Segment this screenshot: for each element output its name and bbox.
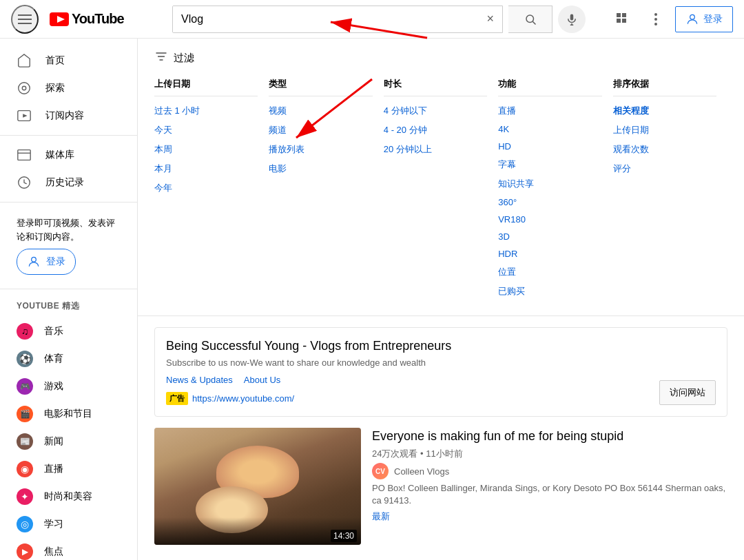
filter-option-location[interactable]: 位置 [498, 266, 601, 278]
sidebar: 首页 探索 订阅内容 媒体库 历史记录 登录即可顶视频、发表评论和订阅内容。 [0, 39, 138, 560]
filter-option-creative-commons[interactable]: 知识共享 [498, 178, 601, 190]
sidebar-item-learning[interactable]: ◎ 学习 [0, 510, 137, 538]
section-title: YOUTUBE 精选 [0, 295, 137, 318]
filter-option-view-count[interactable]: 观看次数 [613, 143, 716, 156]
mic-button[interactable] [558, 6, 586, 33]
search-input[interactable] [173, 6, 478, 32]
filter-option-subtitles[interactable]: 字幕 [498, 158, 601, 171]
grid-icon [616, 12, 630, 26]
sidebar-login-button[interactable]: 登录 [17, 249, 76, 275]
ad-description: Subscribe to us now-We want to share our… [166, 357, 716, 368]
sidebar-divider-3 [0, 289, 137, 289]
filter-option-1h[interactable]: 过去 1 小时 [154, 105, 258, 117]
svg-point-11 [654, 13, 657, 16]
filter-option-vr180[interactable]: VR180 [498, 214, 601, 225]
ad-link-about[interactable]: About Us [244, 375, 280, 385]
ad-link-news[interactable]: News & Updates [166, 375, 233, 385]
filter-option-4to20[interactable]: 4 - 20 分钟 [384, 124, 487, 136]
filter-header: 过滤 [154, 50, 727, 67]
sidebar-item-spotlight[interactable]: ▶ 焦点 [0, 538, 137, 560]
filter-option-under4[interactable]: 4 分钟以下 [384, 105, 487, 117]
svg-point-13 [654, 23, 657, 25]
filter-col-title-sort: 排序依据 [613, 78, 716, 96]
filter-option-hd[interactable]: HD [498, 141, 601, 152]
filter-option-month[interactable]: 本月 [154, 163, 258, 175]
learning-icon: ◎ [17, 516, 33, 532]
svg-rect-7 [617, 13, 621, 17]
filter-option-relevance[interactable]: 相关程度 [613, 105, 716, 117]
sidebar-item-movies[interactable]: 🎬 电影和节目 [0, 400, 137, 428]
logo-text: YouTube [72, 11, 124, 27]
sidebar-item-live[interactable]: ◉ 直播 [0, 455, 137, 483]
sidebar-item-music[interactable]: ♫ 音乐 [0, 318, 137, 345]
channel-name[interactable]: Colleen Vlogs [394, 466, 449, 477]
ad-channel-link[interactable]: Being Successful Young - Vlogs from Entr… [166, 339, 451, 353]
video-duration: 14:30 [331, 530, 357, 542]
filter-option-360[interactable]: 360° [498, 197, 601, 207]
filter-option-purchased[interactable]: 已购买 [498, 285, 601, 298]
signin-label: 登录 [703, 13, 723, 25]
learning-label: 学习 [44, 518, 63, 530]
video-title[interactable]: Everyone is making fun of me for being s… [372, 428, 727, 445]
news-icon: 📰 [17, 433, 33, 450]
filter-option-movie[interactable]: 电影 [269, 163, 372, 175]
filter-col-title-features: 功能 [498, 78, 601, 96]
sidebar-item-news[interactable]: 📰 新闻 [0, 428, 137, 455]
gaming-icon: 🎮 [17, 378, 33, 395]
search-button[interactable] [508, 6, 552, 33]
filter-option-3d[interactable]: 3D [498, 231, 601, 242]
logo[interactable]: YouTube [50, 11, 124, 27]
menu-button[interactable] [11, 5, 39, 34]
music-icon: ♫ [17, 323, 33, 340]
filter-col-type: 类型 视频 频道 播放列表 电影 [269, 78, 383, 304]
sidebar-divider-2 [0, 202, 137, 203]
sidebar-item-library[interactable]: 媒体库 [0, 141, 137, 169]
filter-col-upload-date: 上传日期 过去 1 小时 今天 本周 本月 今年 [154, 78, 269, 304]
filter-option-today[interactable]: 今天 [154, 124, 258, 136]
sidebar-item-subscriptions[interactable]: 订阅内容 [0, 102, 137, 129]
svg-line-3 [533, 21, 535, 24]
live-icon: ◉ [17, 461, 33, 477]
apps-button[interactable] [609, 6, 637, 33]
search-bar: × [172, 6, 503, 33]
search-clear-button[interactable]: × [478, 12, 502, 26]
gaming-label: 游戏 [44, 380, 63, 393]
filter-option-channel[interactable]: 频道 [269, 124, 372, 136]
login-prompt-text: 登录即可顶视频、发表评论和订阅内容。 [17, 218, 115, 242]
sidebar-item-explore[interactable]: 探索 [0, 74, 137, 102]
filter-option-playlist[interactable]: 播放列表 [269, 143, 372, 156]
channel-avatar: CV [372, 463, 389, 479]
filter-option-over20[interactable]: 20 分钟以上 [384, 143, 487, 156]
filter-option-rating[interactable]: 评分 [613, 163, 716, 175]
movies-icon: 🎬 [17, 406, 33, 422]
ad-url-link[interactable]: https://www.youtube.com/ [192, 393, 294, 404]
login-person-icon [27, 255, 41, 269]
filter-option-week[interactable]: 本周 [154, 143, 258, 156]
library-icon [17, 147, 32, 163]
sidebar-item-gaming[interactable]: 🎮 游戏 [0, 373, 137, 400]
filter-option-live[interactable]: 直播 [498, 105, 601, 117]
filter-option-4k[interactable]: 4K [498, 124, 601, 134]
login-prompt: 登录即可顶视频、发表评论和订阅内容。 登录 [0, 208, 137, 283]
sidebar-item-fashion[interactable]: ✦ 时尚和美容 [0, 483, 137, 510]
sidebar-item-home[interactable]: 首页 [0, 47, 137, 74]
person-icon [685, 12, 699, 26]
filter-option-upload-date[interactable]: 上传日期 [613, 124, 716, 136]
sidebar-item-sports[interactable]: ⚽ 体育 [0, 345, 137, 373]
filter-option-video[interactable]: 视频 [269, 105, 372, 117]
sidebar-item-history[interactable]: 历史记录 [0, 169, 137, 196]
explore-label: 探索 [45, 82, 65, 94]
visit-site-button[interactable]: 访问网站 [659, 380, 716, 405]
svg-rect-10 [622, 19, 626, 23]
ad-badge: 广告 [166, 392, 188, 405]
more-options-button[interactable] [642, 6, 670, 33]
video-thumbnail[interactable]: 14:30 [154, 428, 361, 545]
header-signin-button[interactable]: 登录 [675, 6, 733, 32]
video-channel: CV Colleen Vlogs [372, 463, 727, 479]
svg-point-22 [32, 257, 37, 262]
svg-point-14 [690, 14, 695, 19]
filter-option-hdr[interactable]: HDR [498, 249, 601, 259]
filter-col-sort: 排序依据 相关程度 上传日期 观看次数 评分 [613, 78, 727, 304]
filter-option-year[interactable]: 今年 [154, 182, 258, 194]
subscriptions-icon [17, 108, 32, 123]
